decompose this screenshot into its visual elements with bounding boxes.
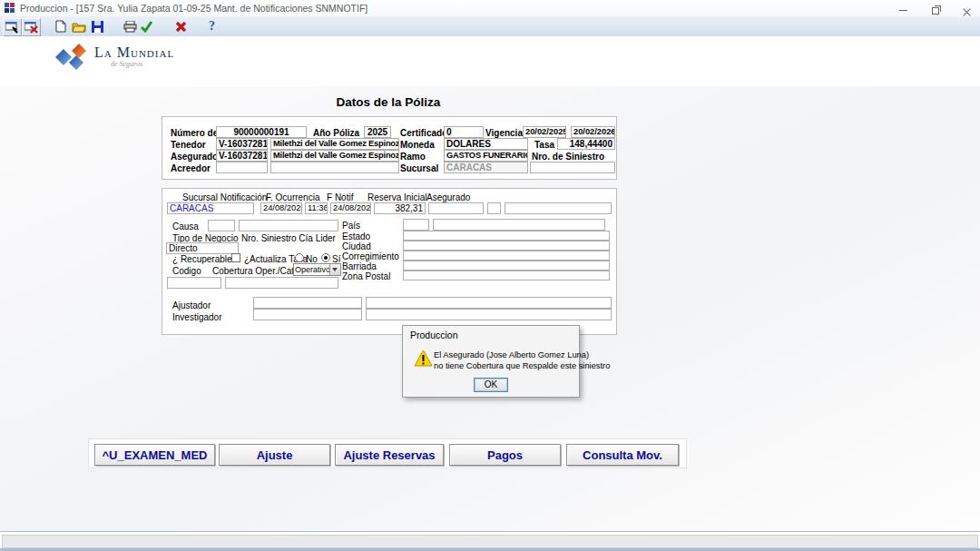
codigo-field[interactable] (167, 277, 221, 289)
f-ocurrencia-label: F. Ocurrencia (266, 192, 319, 202)
causa-codigo-field[interactable] (208, 220, 235, 231)
anio-poliza-label: Año Póliza (313, 128, 359, 138)
nro-siniestro-field[interactable] (530, 162, 615, 173)
save-button[interactable] (89, 18, 106, 34)
warning-icon (414, 349, 433, 367)
asegurado-codigo-field[interactable] (428, 202, 484, 214)
open-folder-icon (72, 21, 86, 33)
minimize-button[interactable] (891, 4, 915, 15)
consulta-mov-button[interactable]: Consulta Mov. (566, 444, 679, 466)
anio-poliza-field[interactable]: 2025 (364, 126, 391, 138)
restore-button[interactable] (924, 4, 947, 15)
status-bar (2, 535, 978, 548)
dialog-message-line2: no tiene Cobertura que Respalde este sin… (434, 361, 573, 370)
numero-poliza-field[interactable]: 90000000191 (216, 126, 307, 138)
pais-codigo-field[interactable] (403, 219, 429, 231)
form-area: Datos de la Póliza Número de 90000000191… (0, 86, 980, 531)
asegurado-nombre2-field[interactable] (505, 202, 612, 214)
reserva-inicial-label: Reserva Inicial (368, 192, 427, 202)
recuperable-label: ¿ Recuperable ? (172, 254, 240, 264)
hora-field[interactable]: 11:36 (305, 202, 328, 214)
window-titlebar: Produccion - [157 Sra. Yulia Zapata 01-0… (0, 0, 980, 16)
ajustador-codigo-field[interactable] (253, 297, 362, 309)
actualiza-tasa-no-radio[interactable] (295, 253, 304, 262)
close-button[interactable] (955, 4, 978, 15)
asegurado2-label: Asegurado (426, 192, 470, 202)
investigador-codigo-field[interactable] (253, 309, 362, 320)
tenedor-nombre-field[interactable]: Milethzi del Valle Gomez Espinoz (270, 138, 399, 150)
certificado-label: Certificado (400, 128, 447, 138)
asegurado-label: Asegurado (171, 152, 218, 162)
causa-desc-field[interactable] (239, 220, 338, 231)
certificado-field[interactable]: 0 (444, 126, 484, 138)
zona-postal-label: Zona Postal (342, 271, 390, 281)
asegurado-nombre-field[interactable]: Milethzi del Valle Gomez Espinoz (270, 150, 399, 162)
page-header: La Mundial de Seguros 58 212-2839619 inf… (0, 36, 980, 86)
pais-field[interactable] (433, 219, 605, 231)
open-button[interactable] (70, 18, 87, 34)
nro-siniestro-label: Nro. de Siniestro (532, 152, 604, 162)
asegurado-tipo-field[interactable] (487, 202, 501, 214)
acreedor-id-field[interactable] (216, 162, 268, 173)
form-delete-icon (24, 22, 38, 34)
vigencia-label: Vigencia (485, 128, 523, 138)
ajuste-reservas-button[interactable]: Ajuste Reservas (335, 444, 444, 466)
asegurado-id-field[interactable]: V-16037281 (216, 150, 268, 162)
confirm-button[interactable] (138, 18, 155, 34)
causa-label: Causa (172, 221, 199, 231)
corregimiento-label: Corregimiento (342, 251, 399, 261)
pagos-button[interactable]: Pagos (449, 444, 561, 466)
sucursal-label: Sucursal (400, 163, 438, 173)
sucursal-notificacion-label: Sucursal Notificación (182, 192, 267, 202)
cobertura-field[interactable] (225, 277, 338, 289)
codigo-label: Codigo (172, 266, 201, 276)
red-x-icon (175, 21, 187, 33)
new-button[interactable] (52, 18, 69, 34)
ok-button[interactable]: OK (474, 378, 508, 392)
examen-med-button[interactable]: ^U_EXAMEN_MED (94, 444, 215, 466)
policy-panel: Número de 90000000191 Año Póliza 2025 Ce… (162, 116, 617, 180)
ramo-field[interactable]: GASTOS FUNERARIO (444, 150, 528, 162)
sucursal-field: CARACAS (444, 162, 528, 173)
dialog-title: Produccion (410, 330, 458, 340)
f-notif-field[interactable]: 24/08/2025 (330, 202, 371, 214)
vigencia-hasta-field[interactable]: 20/02/2026 (571, 126, 615, 138)
tenedor-id-field[interactable]: V-16037281 (216, 138, 268, 150)
tasa-field[interactable]: 148,44400 (557, 138, 615, 150)
form-arrow-icon (5, 22, 19, 34)
actualiza-tasa-si-radio[interactable] (321, 253, 330, 262)
vigencia-desde-field[interactable]: 20/02/2025 (523, 126, 566, 138)
investigador-nombre-field[interactable] (366, 309, 612, 320)
cobertura-tipo-select[interactable]: Operativo (293, 263, 341, 276)
company-logo-icon (54, 42, 93, 74)
select-form-button[interactable] (3, 18, 22, 36)
recuperable-checkbox[interactable] (231, 253, 240, 262)
nro-siniestro-cia-label: Nro. Siniestro Cía Lider (241, 233, 336, 243)
numero-label: Número de (171, 128, 218, 138)
zona-postal-field[interactable] (403, 271, 610, 280)
barriada-field[interactable] (403, 261, 610, 271)
dialog-message-line1: El Asegurado (Jose Alberto Gomez Luna) (434, 350, 573, 359)
acreedor-nombre-field[interactable] (270, 162, 399, 173)
window-title: Produccion - [157 Sra. Yulia Zapata 01-0… (20, 3, 368, 14)
save-disk-icon (92, 21, 103, 33)
tipo-negocio-field[interactable]: Directo (166, 242, 239, 254)
estado-field[interactable] (403, 231, 610, 241)
ciudad-field[interactable] (403, 241, 610, 251)
ajuste-button[interactable]: Ajuste (219, 444, 330, 466)
moneda-field[interactable]: DOLARES (444, 138, 528, 150)
acreedor-label: Acreedor (171, 163, 211, 173)
reserva-inicial-field[interactable]: 382,31 (374, 202, 426, 214)
print-button[interactable] (122, 18, 139, 34)
actions-bar: ^U_EXAMEN_MED Ajuste Ajuste Reservas Pag… (88, 438, 687, 468)
delete-form-button[interactable] (22, 18, 41, 36)
corregimiento-field[interactable] (403, 251, 610, 261)
help-button[interactable]: ? (203, 18, 220, 34)
investigador-label: Investigador (172, 312, 221, 322)
cancel-button[interactable] (172, 18, 190, 34)
tenedor-label: Tenedor (171, 140, 206, 150)
sucursal-notificacion-field[interactable]: CARACAS (167, 202, 254, 214)
ajustador-nombre-field[interactable] (366, 297, 612, 309)
chevron-down-icon[interactable] (329, 264, 340, 275)
f-ocurrencia-field[interactable]: 24/08/2025 (260, 202, 302, 214)
